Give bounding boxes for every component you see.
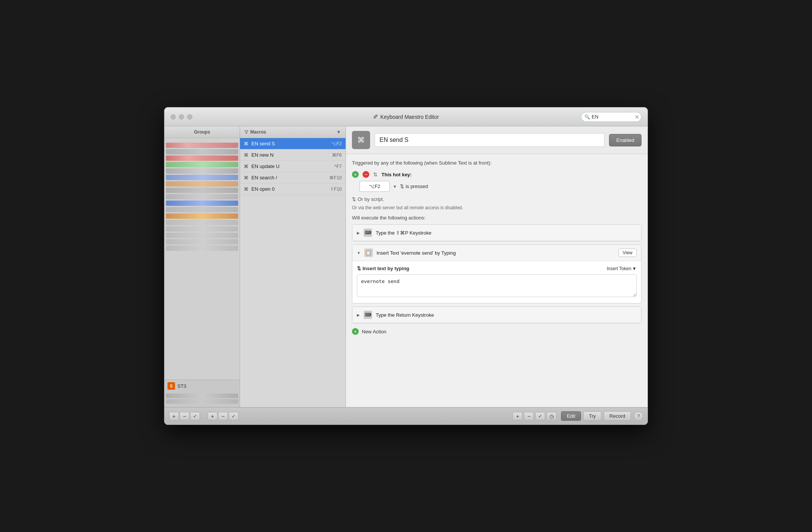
hotkey-dropdown-arrow[interactable]: ▼ (393, 184, 397, 189)
action-icon-0: ⌨ (364, 229, 372, 237)
action-toolbar-section: + − ✓ ◷ (513, 412, 556, 420)
group-color-bar-17[interactable] (166, 246, 238, 251)
macro-item-1[interactable]: ⌘ EN new N ⌘F6 (240, 149, 346, 161)
action-text-area-1[interactable]: evernote send (357, 274, 637, 297)
action-check-icon: ✓ (538, 414, 542, 419)
action-clock-icon: ◷ (549, 413, 554, 419)
new-action-label: New Action (362, 329, 386, 334)
group-color-bar-2[interactable] (166, 149, 238, 154)
action-check-button[interactable]: ✓ (535, 412, 545, 420)
main-window: ✐ Keyboard Maestro Editor 🔍 ✕ Groups (164, 107, 648, 425)
groups-list[interactable] (164, 138, 240, 380)
new-action-row: + New Action (352, 328, 642, 335)
action-sub-label-1: ⇅ Insert text by typing Insert Token ▼ (357, 266, 637, 271)
action-add-button[interactable]: + (513, 412, 522, 420)
macro-shortcut-4: ⇧F10 (330, 187, 342, 192)
macro-icon-2: ⌘ (244, 164, 248, 169)
or-by-script-text[interactable]: Or by script. (358, 196, 384, 202)
macro-item-2[interactable]: ⌘ EN update U ^F7 (240, 161, 346, 172)
action-header-0[interactable]: ▶ ⌨ Type the ⇧⌘P Keystroke (352, 225, 641, 241)
macro-name-2: EN update U (251, 163, 331, 169)
macro-name-field[interactable] (375, 133, 604, 147)
titlebar: ✐ Keyboard Maestro Editor 🔍 ✕ (164, 107, 648, 126)
close-button[interactable] (170, 114, 176, 120)
remove-trigger-button[interactable]: − (363, 171, 369, 178)
action-header-1[interactable]: ▼ 📋 Insert Text 'evernote send' by Typin… (352, 245, 641, 261)
group-color-bar-10[interactable] (166, 201, 238, 206)
macro-item-4[interactable]: ⌘ EN open 0 ⇧F10 (240, 184, 346, 195)
action-body-1: ⇅ Insert text by typing Insert Token ▼ e… (352, 261, 641, 303)
st3-label: ST3 (177, 383, 186, 389)
app-icon: ✐ (373, 113, 378, 120)
groups-header: Groups (164, 126, 240, 138)
macros-toolbar-section: + − ✓ (208, 412, 239, 420)
new-action-button[interactable]: + (352, 328, 359, 335)
reorder-is-pressed: ⇅ (400, 184, 404, 189)
hotkey-input-box[interactable]: ⌥F2 (360, 181, 390, 192)
add-trigger-button[interactable]: + (352, 171, 359, 178)
group-color-bar-16[interactable] (166, 239, 238, 244)
group-color-bar-3[interactable] (166, 156, 238, 161)
macro-name-4: EN open 0 (251, 186, 327, 192)
maximize-button[interactable] (187, 114, 192, 120)
group-color-bar-5[interactable] (166, 168, 238, 174)
groups-bottom-blur (164, 392, 240, 407)
st3-group-item[interactable]: S ST3 (164, 380, 240, 392)
help-button[interactable]: ? (634, 412, 643, 421)
macros-add-button[interactable]: + (208, 412, 217, 420)
macro-item-0[interactable]: ⌘ EN send S ⌥F2 (240, 138, 346, 149)
group-color-bar-4[interactable] (166, 162, 238, 167)
action-clock-button[interactable]: ◷ (547, 412, 556, 420)
search-bar[interactable]: 🔍 ✕ (581, 112, 642, 122)
action-expand-0[interactable]: ▶ (357, 231, 360, 235)
reorder-trigger-button[interactable]: ⇅ (373, 171, 378, 177)
action-remove-button[interactable]: − (524, 412, 534, 420)
group-color-bar-8[interactable] (166, 188, 238, 193)
insert-token-button[interactable]: Insert Token ▼ (607, 266, 637, 271)
search-clear-button[interactable]: ✕ (635, 114, 639, 120)
macros-filter-icon[interactable]: ▼ (336, 129, 341, 135)
action-view-button-1[interactable]: View (618, 249, 637, 257)
try-button[interactable]: Try (583, 411, 601, 421)
macros-check-button[interactable]: ✓ (229, 412, 239, 420)
group-color-bar-15[interactable] (166, 233, 238, 238)
action-label-1: Insert Text 'evernote send' by Typing (377, 250, 615, 256)
groups-add-button[interactable]: + (169, 412, 179, 420)
groups-check-button[interactable]: ✓ (190, 412, 200, 420)
insert-text-label: Insert text by typing (363, 266, 409, 271)
is-pressed-label: is pressed (406, 184, 428, 189)
trigger-section: + − ⇅ This hot key: ⌥F2 ▼ ⇅ is pressed (352, 171, 642, 192)
macro-name-0: EN send S (251, 141, 328, 146)
macro-item-3[interactable]: ⌘ EN search / ⌘F10 (240, 172, 346, 184)
action-expand-2[interactable]: ▶ (357, 313, 360, 317)
group-color-bar-1[interactable] (166, 143, 238, 148)
minimize-button[interactable] (179, 114, 184, 120)
group-color-bar-12[interactable] (166, 213, 238, 219)
trigger-description: Triggered by any of the following (when … (352, 160, 642, 166)
group-color-bar-11[interactable] (166, 207, 238, 212)
record-button[interactable]: Record (604, 411, 631, 421)
macro-shortcut-2: ^F7 (334, 164, 342, 169)
enabled-button[interactable]: Enabled (609, 134, 642, 146)
macros-remove-button[interactable]: − (218, 412, 228, 420)
group-color-bar-9[interactable] (166, 194, 238, 199)
trigger-hotkey-row: + − ⇅ This hot key: (352, 171, 642, 178)
groups-remove-button[interactable]: − (180, 412, 189, 420)
window-title: ✐ Keyboard Maestro Editor (373, 113, 439, 120)
macros-header-title: Macros (250, 129, 266, 135)
search-icon: 🔍 (584, 114, 590, 120)
action-header-2[interactable]: ▶ ⌨ Type the Return Keystroke (352, 307, 641, 323)
action-expand-1[interactable]: ▼ (357, 251, 361, 255)
edit-button[interactable]: Edit (561, 411, 581, 421)
hotkey-display: ⌥F2 ▼ ⇅ is pressed (360, 181, 642, 192)
macro-shortcut-0: ⌥F2 (331, 141, 342, 146)
macro-icon-4: ⌘ (244, 187, 248, 192)
group-color-bar-7[interactable] (166, 181, 238, 187)
macro-shortcut-1: ⌘F6 (332, 152, 342, 158)
macro-icon-1: ⌘ (244, 152, 248, 158)
search-input[interactable] (592, 114, 633, 120)
group-color-bar-13[interactable] (166, 220, 238, 225)
action-label-0: Type the ⇧⌘P Keystroke (376, 230, 637, 236)
group-color-bar-6[interactable] (166, 175, 238, 180)
group-color-bar-14[interactable] (166, 226, 238, 232)
